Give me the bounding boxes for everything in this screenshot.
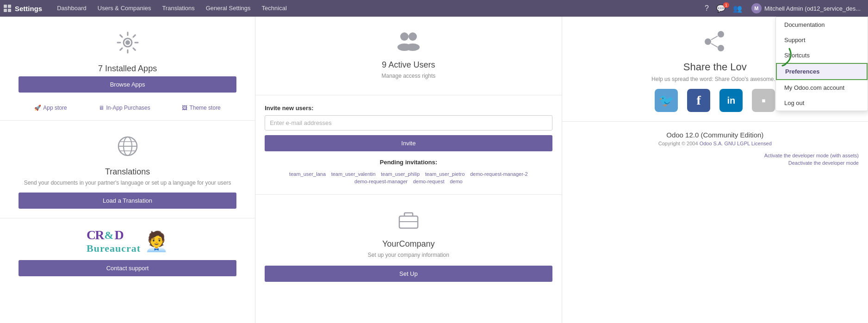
user-menu-trigger[interactable]: M Mitchell Admin (od12_service_des... — [748, 1, 864, 15]
avatar: M — [751, 3, 762, 13]
copyright-text: Copyright © 2004 — [658, 141, 698, 146]
users-section: 9 Active Users Manage access rights — [255, 17, 561, 95]
apps-links: 🚀 App store 🖥 In-App Purchases 🖼 Theme s… — [9, 99, 246, 111]
globe-icon — [9, 135, 246, 162]
arrow-indicator — [757, 46, 794, 71]
nav-dashboard[interactable]: Dashboard — [51, 0, 92, 17]
image-icon: 🖼 — [182, 105, 187, 111]
apps-section: 7 Installed Apps Browse Apps 🚀 App store… — [0, 17, 255, 121]
users-subtitle: Manage access rights — [265, 73, 552, 79]
svg-line-16 — [711, 36, 718, 40]
bureaucrat-word: Bureaucrat — [87, 242, 141, 255]
invite-section: Invite new users: Invite Pending invitat… — [255, 95, 561, 195]
theme-store-link[interactable]: 🖼 Theme store — [182, 105, 220, 111]
version-copyright: Copyright © 2004 Odoo S.A. GNU LGPL Lice… — [571, 141, 859, 146]
dropdown-odoo-account[interactable]: My Odoo.com account — [776, 80, 868, 95]
screen-icon: 🖥 — [99, 105, 104, 111]
pending-user-5[interactable]: demo-request-manager — [354, 179, 408, 184]
users-icon — [265, 31, 552, 55]
browse-apps-button[interactable]: Browse Apps — [19, 76, 236, 93]
brand: Settings — [4, 5, 42, 12]
pending-user-4[interactable]: demo-request-manager-2 — [470, 171, 528, 177]
app-store-link[interactable]: 🚀 App store — [34, 105, 67, 111]
version-title: Odoo 12.0 (Community Edition) — [571, 131, 859, 139]
license-link[interactable]: GNU LGPL Licensed — [724, 141, 771, 146]
apps-title-text: Installed Apps — [105, 64, 157, 73]
contact-support-button[interactable]: Contact support — [19, 260, 236, 276]
svg-line-17 — [711, 43, 718, 47]
pending-links: team_user_lana team_user_valentin team_u… — [265, 170, 552, 185]
svg-point-13 — [718, 31, 724, 37]
pending-user-6[interactable]: demo-request — [413, 179, 445, 184]
users-count: 9 — [382, 60, 386, 69]
nav-general-settings[interactable]: General Settings — [200, 0, 256, 17]
left-panel: 7 Installed Apps Browse Apps 🚀 App store… — [0, 17, 255, 323]
deactivate-dev-mode-link[interactable]: Deactivate the developer mode — [571, 160, 859, 166]
version-section: Odoo 12.0 (Community Edition) Copyright … — [562, 122, 868, 177]
person-icon: 🧑‍💼 — [144, 230, 168, 253]
activate-dev-mode-link[interactable]: Activate the developer mode (with assets… — [571, 153, 859, 158]
ampersand: & — [104, 229, 113, 242]
chat-count: 1 — [723, 2, 729, 8]
apps-count-title: 7 Installed Apps — [9, 64, 246, 74]
setup-button[interactable]: Set Up — [265, 266, 552, 282]
pending-user-7[interactable]: demo — [450, 179, 463, 184]
nav-translations[interactable]: Translations — [156, 0, 200, 17]
invite-label: Invite new users: — [265, 105, 552, 112]
chat-badge-container: 💬 1 — [714, 4, 727, 13]
facebook-icon[interactable]: f — [687, 89, 710, 112]
pending-label: Pending invitations: — [265, 159, 552, 166]
topbar: Settings Dashboard Users & Companies Tra… — [0, 0, 868, 17]
extra-social-icon[interactable]: ▪ — [752, 89, 775, 112]
rocket-icon: 🚀 — [34, 105, 41, 111]
pending-user-1[interactable]: team_user_valentin — [331, 171, 376, 177]
dropdown-support[interactable]: Support — [776, 32, 868, 48]
people-icon[interactable]: 👥 — [731, 2, 744, 15]
company-title: YourCompany — [265, 239, 552, 249]
svg-point-8 — [409, 32, 417, 41]
invite-button[interactable]: Invite — [265, 135, 552, 151]
email-input[interactable] — [265, 115, 552, 130]
app-title: Settings — [15, 5, 42, 12]
main-nav: Dashboard Users & Companies Translations… — [51, 0, 292, 17]
pending-user-2[interactable]: team_user_philip — [381, 171, 420, 177]
load-translation-button[interactable]: Load a Translation — [19, 193, 236, 209]
in-app-purchases-link[interactable]: 🖥 In-App Purchases — [99, 105, 150, 111]
pending-user-3[interactable]: team_user_pietro — [425, 171, 465, 177]
nav-users-companies[interactable]: Users & Companies — [92, 0, 157, 17]
nav-technical[interactable]: Technical — [256, 0, 292, 17]
dropdown-documentation[interactable]: Documentation — [776, 17, 868, 32]
translations-title: Translations — [9, 167, 246, 177]
svg-point-15 — [718, 45, 724, 51]
users-count-title: 9 Active Users — [265, 60, 552, 70]
gear-icon — [9, 31, 246, 58]
svg-point-14 — [705, 38, 711, 45]
svg-point-10 — [406, 43, 420, 51]
odoo-sa-link[interactable]: Odoo S.A. — [700, 141, 723, 146]
company-subtitle: Set up your company information — [265, 252, 552, 258]
briefcase-icon — [265, 209, 552, 234]
apps-count: 7 — [98, 64, 103, 73]
d-text: D — [114, 228, 124, 242]
company-section: YourCompany Set up your company informat… — [255, 195, 561, 291]
svg-point-7 — [400, 32, 409, 41]
bureaucrat-section: CR & D Bureaucrat 🧑‍💼 Contact support — [0, 218, 255, 286]
cr-text: CR — [87, 228, 103, 242]
translations-subtitle: Send your documents in your partner's la… — [9, 180, 246, 186]
translations-section: Translations Send your documents in your… — [0, 121, 255, 218]
grid-icon — [4, 5, 11, 12]
help-icon[interactable]: ? — [703, 2, 711, 14]
svg-point-1 — [125, 40, 130, 45]
topbar-right: ? 💬 1 👥 M Mitchell Admin (od12_service_d… — [703, 1, 864, 15]
pending-user-0[interactable]: team_user_lana — [289, 171, 326, 177]
bureaucrat-logo: CR & D Bureaucrat — [87, 228, 141, 255]
middle-panel: 9 Active Users Manage access rights Invi… — [255, 17, 562, 323]
twitter-icon[interactable]: 🐦 — [655, 89, 678, 112]
user-label: Mitchell Admin (od12_service_des... — [764, 5, 861, 12]
main-content: 7 Installed Apps Browse Apps 🚀 App store… — [0, 17, 868, 323]
dropdown-logout[interactable]: Log out — [776, 95, 868, 111]
linkedin-icon[interactable]: in — [719, 89, 743, 112]
